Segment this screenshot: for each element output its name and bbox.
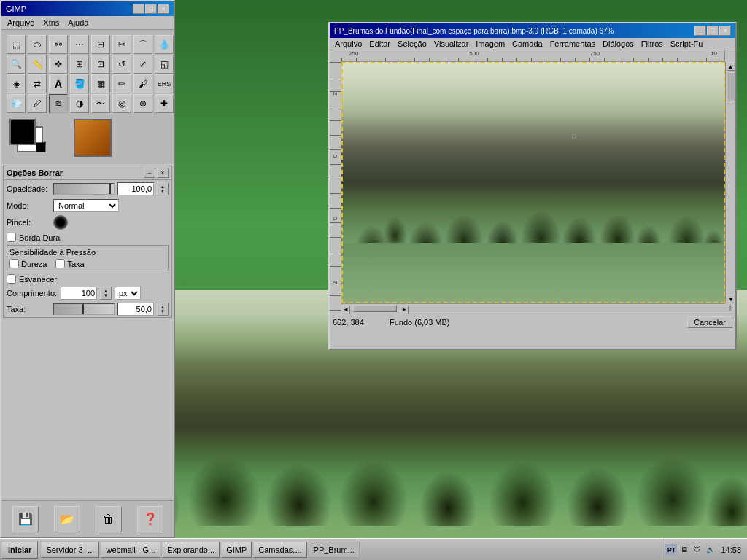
tool-move[interactable]: ✜: [49, 55, 68, 74]
hard-edge-checkbox[interactable]: [7, 233, 16, 242]
tool-select-fuzzy[interactable]: ⋯: [70, 35, 89, 54]
tool-select-color[interactable]: ⊟: [91, 35, 110, 54]
canvas-grass: [341, 243, 725, 303]
scrollbar-v-down-btn[interactable]: ▼: [727, 295, 735, 303]
menu-xtns[interactable]: Xtns: [39, 17, 63, 28]
img-menu-scriptfu[interactable]: Script-Fu: [667, 39, 707, 49]
tool-perspective[interactable]: ◈: [7, 74, 26, 93]
tool-paths[interactable]: ⌒: [133, 35, 152, 54]
tool-zoom[interactable]: 🔍: [7, 55, 26, 74]
toolbox-minimize-btn[interactable]: _: [133, 4, 144, 14]
save-btn[interactable]: 💾: [12, 506, 39, 532]
length-value[interactable]: 100: [61, 287, 97, 300]
img-menu-arquivo[interactable]: Arquivo: [331, 39, 365, 49]
opacity-value[interactable]: 100,0: [117, 182, 154, 195]
img-menu-camada[interactable]: Camada: [508, 39, 546, 49]
taskbar-item-webmail[interactable]: webmail - G...: [101, 542, 160, 558]
gimp-menu: Arquivo Xtns Ajuda: [1, 16, 174, 30]
start-button[interactable]: Iniciar: [1, 541, 38, 559]
tool-align[interactable]: ⊞: [70, 55, 89, 74]
tool-blur-active[interactable]: ≋: [49, 94, 68, 113]
image-close-btn[interactable]: ×: [719, 26, 731, 36]
open-btn[interactable]: 📂: [54, 506, 80, 532]
mode-select[interactable]: Normal: [53, 199, 119, 212]
tool-measure[interactable]: 📏: [28, 55, 47, 74]
taskbar-item-ppbrum[interactable]: PP_Brum...: [309, 542, 360, 558]
img-menu-visualizar[interactable]: Visualizar: [430, 39, 473, 49]
tool-text[interactable]: A: [49, 74, 68, 93]
tool-eraser[interactable]: ERS: [155, 74, 174, 93]
img-menu-selecao[interactable]: Seleção: [394, 39, 430, 49]
brush-preview-dot[interactable]: [53, 215, 68, 230]
options-close-btn[interactable]: ×: [157, 168, 169, 178]
tool-color-picker[interactable]: 💧: [155, 35, 174, 54]
taskbar-item-gimp[interactable]: GIMP: [221, 542, 252, 558]
tray-icon-pt[interactable]: PT: [665, 544, 677, 556]
corner-resize-handle[interactable]: ✛: [725, 303, 735, 314]
toolbox-close-btn[interactable]: ×: [158, 4, 169, 14]
tool-crop[interactable]: ⊡: [91, 55, 110, 74]
horizontal-scrollbar[interactable]: ◄ ►: [341, 303, 725, 314]
tool-dodge-burn[interactable]: ◑: [70, 94, 89, 113]
rate-slider[interactable]: [53, 303, 115, 315]
scrollbar-h-thumb[interactable]: [353, 305, 397, 312]
tool-clone[interactable]: ⊕: [133, 94, 152, 113]
tool-bucket-fill[interactable]: 🪣: [70, 74, 89, 93]
help-btn[interactable]: ❓: [137, 506, 163, 532]
scrollbar-v-thumb[interactable]: [727, 72, 735, 101]
tool-paint[interactable]: 🖌: [133, 74, 152, 93]
tool-heal[interactable]: ✚: [155, 94, 174, 113]
hardness-checkbox[interactable]: [9, 259, 19, 268]
tool-select-rect[interactable]: ⬚: [7, 35, 26, 54]
img-menu-dialogos[interactable]: Diálogos: [599, 39, 638, 49]
rate-spinner[interactable]: ▲▼: [157, 303, 169, 316]
img-menu-ferramentas[interactable]: Ferramentas: [546, 39, 599, 49]
main-canvas[interactable]: ▲ ▼ ◄ ► ✛: [341, 62, 735, 314]
taskbar-item-servidor[interactable]: Servidor 3 -...: [41, 542, 99, 558]
tool-scale[interactable]: ⤢: [133, 55, 152, 74]
tool-pencil[interactable]: ✏: [112, 74, 131, 93]
tool-scissors[interactable]: ✂: [112, 35, 131, 54]
vertical-scrollbar[interactable]: ▲ ▼: [725, 62, 735, 303]
taskbar-item-explorando[interactable]: Explorando...: [162, 542, 220, 558]
options-panel: Opções Borrar − × Opacidade: 100,0 ▲▼: [3, 166, 172, 318]
options-minimize-btn[interactable]: −: [144, 168, 155, 178]
tray-icon-sound[interactable]: 🔊: [705, 544, 716, 556]
taskbar-item-camadas[interactable]: Camadas,...: [253, 542, 306, 558]
opacity-slider[interactable]: [53, 183, 115, 195]
rate-checkbox[interactable]: [55, 259, 65, 268]
tool-select-ellipse[interactable]: ⬭: [28, 35, 47, 54]
menu-arquivo[interactable]: Arquivo: [3, 17, 39, 28]
menu-ajuda[interactable]: Ajuda: [63, 17, 93, 28]
tray-icon-security[interactable]: 🛡: [692, 544, 703, 556]
tool-convolve[interactable]: ◎: [112, 94, 131, 113]
delete-btn[interactable]: 🗑: [96, 506, 122, 532]
scrollbar-v-up-btn[interactable]: ▲: [727, 62, 735, 71]
tool-ink[interactable]: 🖊: [28, 94, 47, 113]
fade-checkbox[interactable]: [7, 274, 16, 284]
img-menu-filtros[interactable]: Filtros: [638, 39, 667, 49]
pattern-preview[interactable]: [74, 119, 112, 157]
tool-blend[interactable]: ▦: [91, 74, 110, 93]
scrollbar-h-right-btn[interactable]: ►: [400, 306, 409, 314]
fg-color-swatch[interactable]: [9, 119, 36, 145]
img-menu-editar[interactable]: Editar: [365, 39, 394, 49]
tool-airbrush[interactable]: 💨: [7, 94, 26, 113]
cancel-button[interactable]: Cancelar: [687, 316, 732, 328]
tool-flip[interactable]: ⇄: [28, 74, 47, 93]
tool-rotate[interactable]: ↺: [112, 55, 131, 74]
img-menu-imagem[interactable]: Imagem: [472, 39, 508, 49]
length-spinner[interactable]: ▲▼: [100, 287, 112, 300]
tool-shear[interactable]: ◱: [155, 55, 174, 74]
tray-icon-network[interactable]: 🖥: [678, 544, 690, 556]
swap-colors-icon[interactable]: ↔: [40, 138, 47, 146]
length-unit-select[interactable]: px: [115, 287, 141, 300]
tool-select-free[interactable]: ⚯: [49, 35, 68, 54]
rate-value[interactable]: 50,0: [117, 303, 154, 316]
scrollbar-h-left-btn[interactable]: ◄: [341, 306, 350, 314]
opacity-spinner[interactable]: ▲▼: [157, 182, 169, 195]
tool-smudge[interactable]: 〜: [91, 94, 110, 113]
image-minimize-btn[interactable]: _: [694, 26, 706, 36]
image-maximize-btn[interactable]: □: [707, 26, 719, 36]
toolbox-maximize-btn[interactable]: □: [145, 4, 157, 14]
